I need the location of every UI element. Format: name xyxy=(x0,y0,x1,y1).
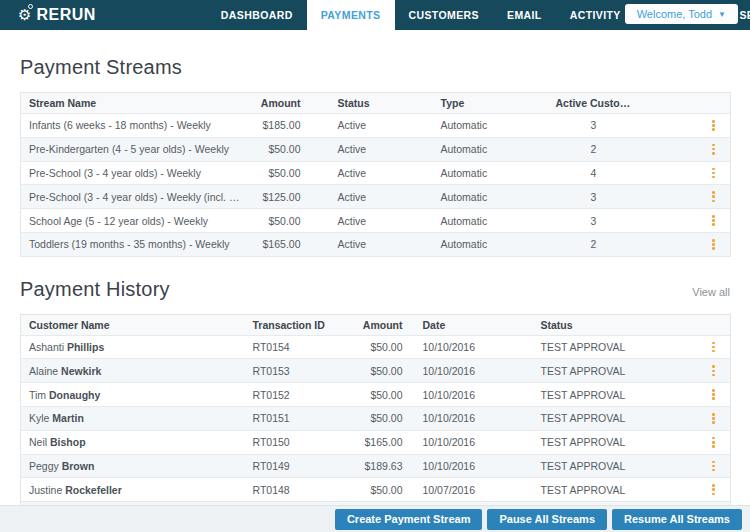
row-menu-cell xyxy=(640,209,731,233)
table-row: Peggy BrownRT0149$189.6310/10/2016TEST A… xyxy=(21,454,731,478)
brand-logo[interactable]: ⚙ RERUN xyxy=(0,0,112,30)
type-cell: Automatic xyxy=(433,161,548,185)
first-name: Justine xyxy=(29,484,65,496)
status-cell: Active xyxy=(311,161,433,185)
date-cell: 10/10/2016 xyxy=(413,407,533,431)
status-cell: Active xyxy=(311,137,433,161)
col-header-date: Date xyxy=(413,314,533,335)
last-name: Phillips xyxy=(67,341,104,353)
amount-cell: $189.63 xyxy=(351,454,413,478)
row-menu-cell xyxy=(640,185,731,209)
table-row: Pre-Kindergarten (4 - 5 year olds) - Wee… xyxy=(21,137,731,161)
row-menu-kebab-icon[interactable] xyxy=(709,213,718,228)
type-cell: Automatic xyxy=(433,137,548,161)
row-menu-cell xyxy=(663,383,731,407)
resume-all-streams-button[interactable]: Resume All Streams xyxy=(612,509,742,530)
view-all-link[interactable]: View all xyxy=(692,286,730,298)
first-name: Neil xyxy=(29,436,50,448)
amount-cell: $50.00 xyxy=(351,407,413,431)
row-menu-cell xyxy=(663,335,731,359)
table-row: Tim DonaughyRT0152$50.0010/10/2016TEST A… xyxy=(21,383,731,407)
transaction-id-cell: RT0153 xyxy=(245,359,351,383)
last-name: Martin xyxy=(52,412,84,424)
transaction-id-cell: RT0148 xyxy=(245,478,351,502)
row-menu-cell xyxy=(663,454,731,478)
customer-name-cell: Kyle Martin xyxy=(21,407,245,431)
customer-name-cell: Alaine Newkirk xyxy=(21,359,245,383)
active-customers-cell: 3 xyxy=(548,185,640,209)
row-menu-cell xyxy=(663,478,731,502)
customer-name-cell: Tim Donaughy xyxy=(21,383,245,407)
last-name: Rockefeller xyxy=(65,484,122,496)
status-cell: Active xyxy=(311,209,433,233)
row-menu-kebab-icon[interactable] xyxy=(709,340,718,355)
payment-streams-table: Stream Name Amount Status Type Active Cu… xyxy=(20,92,731,257)
row-menu-kebab-icon[interactable] xyxy=(709,459,718,474)
row-menu-kebab-icon[interactable] xyxy=(709,387,718,402)
amount-cell: $50.00 xyxy=(253,161,311,185)
customer-name-cell: Justine Rockefeller xyxy=(21,478,245,502)
nav-item-dashboard[interactable]: DASHBOARD xyxy=(207,0,307,30)
stream-name-cell: Toddlers (19 months - 35 months) - Weekl… xyxy=(21,232,253,256)
amount-cell: $165.00 xyxy=(253,232,311,256)
nav-item-email[interactable]: EMAIL xyxy=(493,0,556,30)
active-customers-cell: 3 xyxy=(548,209,640,233)
col-header-menu xyxy=(640,93,731,114)
row-menu-kebab-icon[interactable] xyxy=(709,189,718,204)
stream-name-cell: Infants (6 weeks - 18 months) - Weekly xyxy=(21,114,253,138)
amount-cell: $50.00 xyxy=(351,335,413,359)
table-header-row: Stream Name Amount Status Type Active Cu… xyxy=(21,93,731,114)
row-menu-kebab-icon[interactable] xyxy=(709,482,718,497)
amount-cell: $50.00 xyxy=(253,209,311,233)
stream-name-cell: School Age (5 - 12 year olds) - Weekly xyxy=(21,209,253,233)
active-customers-cell: 2 xyxy=(548,232,640,256)
date-cell: 10/10/2016 xyxy=(413,383,533,407)
row-menu-kebab-icon[interactable] xyxy=(709,363,718,378)
row-menu-kebab-icon[interactable] xyxy=(709,411,718,426)
type-cell: Automatic xyxy=(433,232,548,256)
status-cell: TEST APPROVAL xyxy=(533,359,663,383)
col-header-menu xyxy=(663,314,731,335)
top-navigation-bar: ⚙ RERUN DASHBOARD PAYMENTS CUSTOMERS EMA… xyxy=(0,0,750,30)
amount-cell: $50.00 xyxy=(351,383,413,407)
table-row: Pre-School (3 - 4 year olds) - Weekly$50… xyxy=(21,161,731,185)
first-name: Alaine xyxy=(29,365,61,377)
row-menu-cell xyxy=(640,161,731,185)
row-menu-kebab-icon[interactable] xyxy=(709,435,718,450)
row-menu-kebab-icon[interactable] xyxy=(709,166,718,181)
row-menu-cell xyxy=(663,430,731,454)
date-cell: 10/10/2016 xyxy=(413,335,533,359)
amount-cell: $165.00 xyxy=(351,430,413,454)
table-header-row: Customer Name Transaction ID Amount Date… xyxy=(21,314,731,335)
status-cell: Active xyxy=(311,232,433,256)
payment-history-title: Payment History xyxy=(20,278,170,301)
welcome-dropdown-button[interactable]: Welcome, Todd ▼ xyxy=(625,4,738,24)
amount-cell: $125.00 xyxy=(253,185,311,209)
table-row: Ashanti PhillipsRT0154$50.0010/10/2016TE… xyxy=(21,335,731,359)
stream-name-cell: Pre-Kindergarten (4 - 5 year olds) - Wee… xyxy=(21,137,253,161)
row-menu-kebab-icon[interactable] xyxy=(709,118,718,133)
date-cell: 10/10/2016 xyxy=(413,454,533,478)
type-cell: Automatic xyxy=(433,209,548,233)
active-customers-cell: 2 xyxy=(548,137,640,161)
footer-action-bar: Create Payment Stream Pause All Streams … xyxy=(0,505,750,532)
row-menu-cell xyxy=(663,359,731,383)
first-name: Ashanti xyxy=(29,341,67,353)
table-row: Justine RockefellerRT0148$50.0010/07/201… xyxy=(21,478,731,502)
table-row: Neil BishopRT0150$165.0010/10/2016TEST A… xyxy=(21,430,731,454)
pause-all-streams-button[interactable]: Pause All Streams xyxy=(487,509,607,530)
amount-cell: $50.00 xyxy=(253,137,311,161)
nav-item-customers[interactable]: CUSTOMERS xyxy=(395,0,494,30)
col-header-amount: Amount xyxy=(253,93,311,114)
payment-streams-title: Payment Streams xyxy=(20,56,730,79)
create-payment-stream-button[interactable]: Create Payment Stream xyxy=(335,509,483,530)
nav-item-payments[interactable]: PAYMENTS xyxy=(307,0,395,30)
page-content: Payment Streams Stream Name Amount Statu… xyxy=(0,56,750,532)
row-menu-kebab-icon[interactable] xyxy=(709,142,718,157)
row-menu-kebab-icon[interactable] xyxy=(709,237,718,252)
nav-item-activity[interactable]: ACTIVITY xyxy=(556,0,635,30)
date-cell: 10/07/2016 xyxy=(413,478,533,502)
first-name: Kyle xyxy=(29,412,52,424)
customer-name-cell: Neil Bishop xyxy=(21,430,245,454)
last-name: Brown xyxy=(62,460,95,472)
